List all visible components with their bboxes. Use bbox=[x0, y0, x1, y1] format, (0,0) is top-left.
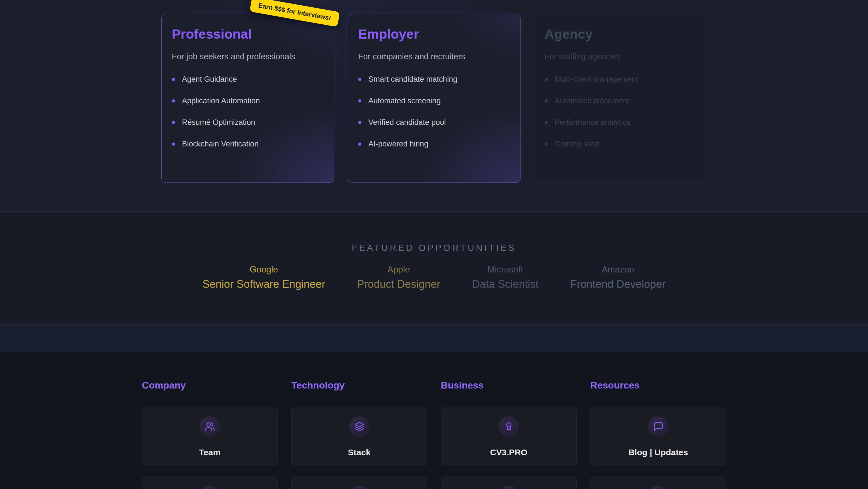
footer-card-icon bbox=[349, 486, 370, 489]
footer-card-row2[interactable] bbox=[441, 477, 577, 489]
plan-feature: Blockchain Verification bbox=[172, 140, 324, 148]
feature-label: Multi-client management bbox=[555, 75, 638, 84]
plans-section: Earn $$$ for Interviews! Professional Fo… bbox=[0, 0, 868, 212]
footer-heading: Company bbox=[142, 380, 278, 391]
footer-card-label: Team bbox=[199, 448, 220, 457]
footer-card-blog[interactable]: Blog | Updates bbox=[590, 407, 726, 466]
footer-column-company: Company Team bbox=[142, 380, 278, 489]
feature-label: Résumé Optimization bbox=[182, 118, 255, 127]
footer-heading: Business bbox=[441, 380, 577, 391]
bullet-dot-icon bbox=[358, 142, 361, 146]
featured-opportunities-section: FEATURED OPPORTUNITIES Google Senior Sof… bbox=[0, 212, 868, 325]
feature-label: Automated placement bbox=[555, 96, 629, 105]
award-icon bbox=[499, 416, 519, 437]
footer-card-label: Stack bbox=[348, 448, 370, 457]
featured-company: Google bbox=[203, 264, 326, 275]
featured-role: Senior Software Engineer bbox=[203, 278, 326, 290]
featured-item-3[interactable]: Amazon Frontend Developer bbox=[570, 264, 666, 290]
section-band bbox=[0, 325, 868, 352]
featured-company: Microsoft bbox=[472, 264, 538, 275]
footer-card-icon bbox=[200, 486, 220, 489]
footer: Company Team Technology Stack bbox=[0, 352, 868, 489]
bullet-dot-icon bbox=[545, 121, 548, 124]
feature-label: Coming soon... bbox=[555, 140, 607, 148]
feature-label: Performance analytics bbox=[555, 118, 630, 127]
plan-feature: Verified candidate pool bbox=[358, 118, 510, 127]
footer-card-icon bbox=[648, 486, 669, 489]
footer-card-row2[interactable] bbox=[142, 477, 278, 489]
footer-card-label: Blog | Updates bbox=[628, 448, 688, 457]
plan-feature: Smart candidate matching bbox=[358, 75, 510, 84]
featured-role: Product Designer bbox=[357, 278, 440, 290]
plan-title: Employer bbox=[358, 26, 510, 42]
feature-label: Application Automation bbox=[182, 96, 260, 105]
featured-row: Google Senior Software Engineer Apple Pr… bbox=[0, 264, 868, 290]
plan-feature: Application Automation bbox=[172, 96, 324, 105]
feature-label: AI-powered hiring bbox=[369, 140, 429, 148]
plan-subtitle: For companies and recruiters bbox=[358, 52, 510, 61]
plan-card-employer[interactable]: Employer For companies and recruiters Sm… bbox=[348, 14, 521, 183]
plan-feature: Multi-client management bbox=[545, 75, 696, 84]
plan-title: Professional bbox=[172, 26, 324, 42]
message-icon bbox=[648, 416, 669, 437]
featured-title: FEATURED OPPORTUNITIES bbox=[0, 212, 868, 253]
footer-column-business: Business CV3.PRO bbox=[441, 380, 577, 489]
bullet-dot-icon bbox=[172, 121, 175, 124]
plan-feature: Résumé Optimization bbox=[172, 118, 324, 127]
feature-label: Verified candidate pool bbox=[369, 118, 446, 127]
featured-item-2[interactable]: Microsoft Data Scientist bbox=[472, 264, 538, 290]
footer-column-technology: Technology Stack bbox=[291, 380, 427, 489]
featured-company: Amazon bbox=[570, 264, 666, 275]
featured-role: Frontend Developer bbox=[570, 278, 666, 290]
bullet-dot-icon bbox=[358, 78, 361, 81]
plan-feature: Agent Guidance bbox=[172, 75, 324, 84]
feature-label: Smart candidate matching bbox=[369, 75, 458, 84]
featured-item-0[interactable]: Google Senior Software Engineer bbox=[203, 264, 326, 290]
plan-feature: Automated screening bbox=[358, 96, 510, 105]
footer-card-cv3pro[interactable]: CV3.PRO bbox=[441, 407, 577, 466]
featured-role: Data Scientist bbox=[472, 278, 538, 290]
footer-heading: Resources bbox=[590, 380, 726, 391]
footer-card-row2[interactable] bbox=[291, 477, 427, 489]
plan-feature: Coming soon... bbox=[545, 140, 696, 148]
bullet-dot-icon bbox=[545, 99, 548, 103]
featured-company: Apple bbox=[357, 264, 440, 275]
users-icon bbox=[200, 416, 220, 437]
bullet-dot-icon bbox=[545, 78, 548, 81]
bullet-dot-icon bbox=[545, 142, 548, 146]
plan-feature: Performance analytics bbox=[545, 118, 696, 127]
plan-feature: Automated placement bbox=[545, 96, 696, 105]
plan-feature: AI-powered hiring bbox=[358, 140, 510, 148]
plan-subtitle: For job seekers and professionals bbox=[172, 52, 324, 61]
footer-heading: Technology bbox=[291, 380, 427, 391]
footer-card-label: CV3.PRO bbox=[490, 448, 528, 457]
footer-column-resources: Resources Blog | Updates bbox=[590, 380, 726, 489]
feature-label: Blockchain Verification bbox=[182, 140, 259, 148]
plan-card-agency: Agency For staffing agencies Multi-clien… bbox=[534, 14, 707, 183]
plan-subtitle: For staffing agencies bbox=[545, 52, 696, 61]
footer-grid: Company Team Technology Stack bbox=[142, 352, 726, 489]
footer-card-row2[interactable] bbox=[590, 477, 726, 489]
feature-label: Automated screening bbox=[369, 96, 441, 105]
feature-label: Agent Guidance bbox=[182, 75, 237, 84]
bullet-dot-icon bbox=[358, 99, 361, 103]
bullet-dot-icon bbox=[358, 121, 361, 124]
footer-card-team[interactable]: Team bbox=[142, 407, 278, 466]
bullet-dot-icon bbox=[172, 99, 175, 103]
plan-card-professional[interactable]: Professional For job seekers and profess… bbox=[161, 14, 334, 183]
footer-card-icon bbox=[499, 486, 519, 489]
footer-card-stack[interactable]: Stack bbox=[291, 407, 427, 466]
bullet-dot-icon bbox=[172, 78, 175, 81]
plans-row: Professional For job seekers and profess… bbox=[0, 0, 868, 183]
bullet-dot-icon bbox=[172, 142, 175, 146]
featured-item-1[interactable]: Apple Product Designer bbox=[357, 264, 440, 290]
layers-icon bbox=[349, 416, 370, 437]
plan-title: Agency bbox=[545, 26, 696, 42]
